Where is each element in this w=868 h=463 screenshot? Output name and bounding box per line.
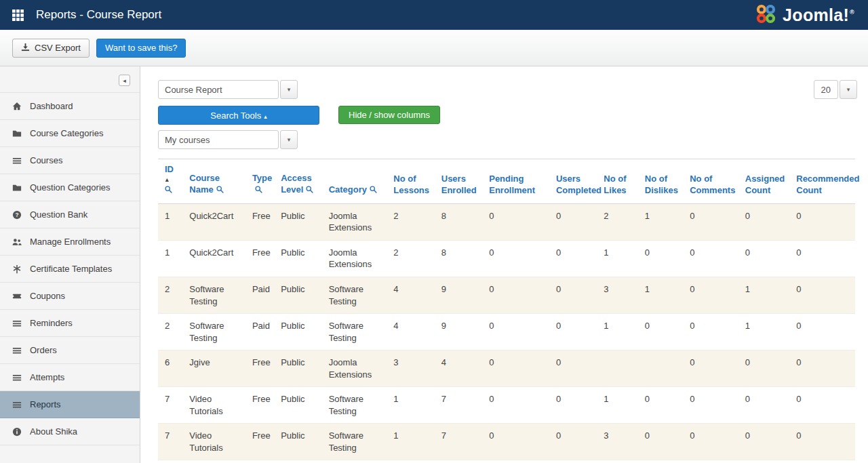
search-tools-button[interactable]: Search Tools▴ xyxy=(158,106,319,125)
list-icon xyxy=(12,373,22,382)
coupon-icon xyxy=(12,291,22,301)
table-cell: 0 xyxy=(792,240,855,277)
table-cell: 0 xyxy=(552,350,599,387)
page-size-select-value[interactable]: 20 xyxy=(814,80,838,99)
table-cell: Paid xyxy=(248,277,277,313)
column-label: Assigned Count xyxy=(745,174,785,195)
hide-show-columns-button[interactable]: Hide / show columns xyxy=(338,106,440,124)
table-row: 1Quick2CartFreePublicJoomla Extensions28… xyxy=(158,203,855,240)
sidebar-item-coupons[interactable]: Coupons xyxy=(0,283,140,310)
sidebar-item-reminders[interactable]: Reminders xyxy=(0,310,140,337)
users-icon xyxy=(12,237,22,247)
table-cell: 0 xyxy=(485,203,552,240)
search-filter-icon[interactable] xyxy=(255,185,262,197)
sidebar-item-orders[interactable]: Orders xyxy=(0,337,140,364)
sidebar-item-label: Question Categories xyxy=(30,182,111,193)
table-cell: 0 xyxy=(552,387,599,424)
folder-icon xyxy=(12,129,22,138)
report-type-select[interactable]: Course Report ▾ xyxy=(158,80,298,99)
column-header-type[interactable]: Type xyxy=(248,159,277,204)
column-header-id[interactable]: ID▴ xyxy=(158,159,185,204)
table-cell: 0 xyxy=(686,460,741,463)
csv-export-button[interactable]: CSV Export xyxy=(12,39,90,58)
column-header-assigned-count[interactable]: Assigned Count xyxy=(741,159,793,204)
table-cell: 0 xyxy=(485,314,552,350)
sidebar-item-label: Reports xyxy=(30,399,61,409)
courses-filter-select[interactable]: My courses ▾ xyxy=(158,130,298,149)
table-cell: 0 xyxy=(792,387,855,424)
report-type-select-value[interactable]: Course Report xyxy=(158,80,279,99)
column-header-no-of-likes[interactable]: No of Likes xyxy=(599,159,640,204)
table-cell: 1 xyxy=(158,203,185,240)
sidebar: ◂ DashboardCourse CategoriesCoursesQuest… xyxy=(0,66,140,463)
folder-icon xyxy=(12,183,22,193)
table-cell: 0 xyxy=(686,277,741,313)
chevron-down-icon[interactable]: ▾ xyxy=(280,80,298,99)
sidebar-item-label: Certificate Templates xyxy=(30,264,112,274)
column-header-course-name[interactable]: Course Name xyxy=(185,159,248,204)
sidebar-item-course-categories[interactable]: Course Categories xyxy=(0,120,140,147)
column-header-access-level[interactable]: Access Level xyxy=(277,159,324,204)
table-cell: 0 xyxy=(741,387,793,424)
table-cell: Video Tutorials xyxy=(185,424,248,460)
column-header-no-of-lessons[interactable]: No of Lessons xyxy=(389,159,437,204)
chevron-down-icon[interactable]: ▾ xyxy=(840,80,857,99)
table-cell: 1 xyxy=(389,424,437,460)
table-row: 6JgiveFreePublicJoomla Extensions3400000 xyxy=(158,350,855,387)
table-cell: 3 xyxy=(599,277,640,313)
sidebar-item-certificate-templates[interactable]: Certificate Templates xyxy=(0,256,140,283)
joomla-logo-icon xyxy=(755,3,777,28)
table-cell: 4 xyxy=(389,277,437,313)
table-cell: Public xyxy=(277,387,324,424)
sidebar-item-question-categories[interactable]: Question Categories xyxy=(0,174,140,201)
table-row: 7Video TutorialsFreePublicSoftware Testi… xyxy=(158,387,855,424)
table-cell: Quick2Cart xyxy=(185,240,248,277)
chevron-down-icon[interactable]: ▾ xyxy=(280,130,298,149)
csv-export-label: CSV Export xyxy=(35,43,81,53)
sidebar-item-manage-enrollments[interactable]: Manage Enrollments xyxy=(0,228,140,256)
main-content: Course Report ▾ 20 ▾ Search Tools▴ Hide … xyxy=(140,66,868,463)
list-icon xyxy=(12,346,22,355)
list-icon xyxy=(12,156,22,165)
sidebar-item-label: Coupons xyxy=(30,291,65,301)
column-header-no-of-dislikes[interactable]: No of Dislikes xyxy=(641,159,686,204)
registered-mark: ® xyxy=(850,9,854,16)
table-cell: Software Testing xyxy=(325,314,390,350)
sidebar-item-courses[interactable]: Courses xyxy=(0,147,140,174)
table-cell: 0 xyxy=(485,424,552,460)
column-label: Pending Enrollment xyxy=(489,174,535,195)
table-cell: 1 xyxy=(741,277,793,313)
page-title: Reports - Course Report xyxy=(36,8,161,22)
column-header-recommended-count[interactable]: Recommended Count xyxy=(792,159,855,204)
column-header-users-completed[interactable]: Users Completed xyxy=(552,159,599,204)
column-header-pending-enrollment[interactable]: Pending Enrollment xyxy=(485,159,552,204)
table-cell: 0 xyxy=(686,240,741,277)
table-cell: 1 xyxy=(158,240,185,277)
download-icon xyxy=(21,43,30,54)
save-prompt-button[interactable]: Want to save this? xyxy=(96,39,186,58)
column-header-category[interactable]: Category xyxy=(325,159,390,204)
search-filter-icon[interactable] xyxy=(216,185,224,197)
menu-grid-icon[interactable] xyxy=(8,7,28,24)
search-filter-icon[interactable] xyxy=(165,185,181,197)
column-label: Recommended Count xyxy=(796,174,859,195)
sidebar-item-attempts[interactable]: Attempts xyxy=(0,364,140,391)
search-filter-icon[interactable] xyxy=(370,185,377,197)
sidebar-item-about-shika[interactable]: About Shika xyxy=(0,418,140,445)
sidebar-item-question-bank[interactable]: ?Question Bank xyxy=(0,201,140,228)
page-size-select[interactable]: 20 ▾ xyxy=(814,80,857,99)
courses-filter-select-value[interactable]: My courses xyxy=(158,130,279,149)
sidebar-item-reports[interactable]: Reports xyxy=(0,391,140,418)
column-header-users-enrolled[interactable]: Users Enrolled xyxy=(437,159,485,204)
search-filter-icon[interactable] xyxy=(306,185,313,197)
top-navbar: Reports - Course Report Joomla!® xyxy=(0,0,868,30)
sidebar-collapse-button[interactable]: ◂ xyxy=(119,75,130,86)
table-row: 2Software TestingPaidPublicSoftware Test… xyxy=(158,277,855,313)
sidebar-item-label: Course Categories xyxy=(30,128,103,138)
sidebar-item-dashboard[interactable]: Dashboard xyxy=(0,93,140,120)
certificate-icon xyxy=(12,264,22,274)
column-header-no-of-comments[interactable]: No of Comments xyxy=(686,159,741,204)
table-cell: 0 xyxy=(792,203,855,240)
table-cell: 7 xyxy=(437,387,485,424)
table-cell: 2 xyxy=(599,203,640,240)
